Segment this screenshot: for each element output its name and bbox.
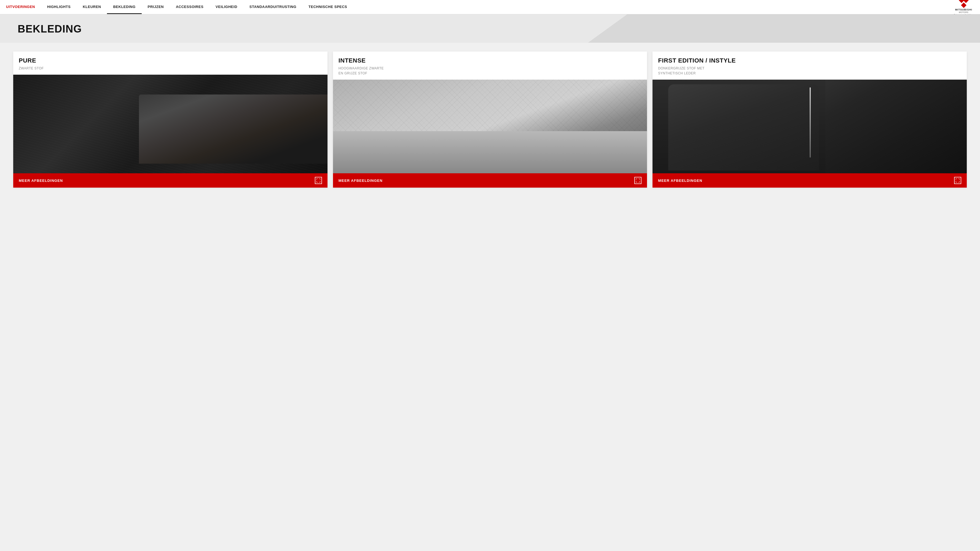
card-intense: INTENSE HOOGWAARDIGE ZWARTEEN GRIJZE STO… (333, 51, 647, 187)
card-firstedition-title: FIRST EDITION / INSTYLE (658, 57, 961, 64)
card-pure-subtitle: ZWARTE STOF (19, 66, 322, 71)
mitsubishi-diamond-icon (959, 0, 968, 7)
brand-division: MOTORS (959, 11, 969, 14)
diamond-bottom (961, 3, 966, 8)
expand-icon (954, 177, 961, 184)
firstedition-highlight-detail (810, 87, 811, 157)
nav-item-bekleding[interactable]: BEKLEDING (107, 0, 142, 14)
meer-afbeeldingen-intense-button[interactable]: MEER AFBEELDINGEN (333, 173, 647, 187)
nav-item-highlights[interactable]: HIGHLIGHTS (41, 0, 76, 14)
card-intense-header: INTENSE HOOGWAARDIGE ZWARTEEN GRIJZE STO… (333, 51, 647, 79)
nav-item-veiligheid[interactable]: VEILIGHEID (210, 0, 243, 14)
expand-icon (315, 177, 322, 184)
nav-item-kleuren[interactable]: KLEUREN (76, 0, 107, 14)
meer-afbeeldingen-firstedition-button[interactable]: MEER AFBEELDINGEN (652, 173, 967, 187)
card-firstedition: FIRST EDITION / INSTYLE DONKERGRIJZE STO… (652, 51, 967, 187)
card-firstedition-image (652, 79, 967, 173)
card-pure-header: PURE ZWARTE STOF (13, 51, 328, 75)
card-pure-image (13, 75, 328, 173)
nav-item-technischespecs[interactable]: TECHNISCHE SPECS (302, 0, 353, 14)
card-intense-image (333, 79, 647, 173)
meer-afbeeldingen-pure-button[interactable]: MEER AFBEELDINGEN (13, 173, 328, 187)
card-pure-title: PURE (19, 57, 322, 64)
expand-icon (634, 177, 641, 184)
page-title: BEKLEDING (18, 23, 963, 35)
card-firstedition-header: FIRST EDITION / INSTYLE DONKERGRIJZE STO… (652, 51, 967, 79)
cards-grid: PURE ZWARTE STOF MEER AFBEELDINGEN (13, 51, 967, 187)
main-navigation: UITVOERINGEN HIGHLIGHTS KLEUREN BEKLEDIN… (0, 0, 980, 14)
content-area: PURE ZWARTE STOF MEER AFBEELDINGEN (0, 43, 980, 201)
card-intense-title: INTENSE (339, 57, 642, 64)
page-header: BEKLEDING (0, 14, 980, 43)
nav-item-standaarduitrusting[interactable]: STANDAARDUITRUSTING (243, 0, 302, 14)
nav-item-uitvoeringen[interactable]: UITVOERINGEN (0, 0, 41, 14)
brand-name: MITSUBISHI (955, 8, 972, 11)
brand-logo: MITSUBISHI MOTORS Drive your Ambition (947, 0, 980, 14)
nav-item-prijzen[interactable]: PRIJZEN (142, 0, 170, 14)
card-firstedition-subtitle: DONKERGRIJZE STOF METSYNTHETISCH LEDER (658, 66, 961, 76)
nav-item-accessoires[interactable]: ACCESSOIRES (170, 0, 210, 14)
card-pure: PURE ZWARTE STOF MEER AFBEELDINGEN (13, 51, 328, 187)
card-intense-subtitle: HOOGWAARDIGE ZWARTEEN GRIJZE STOF (339, 66, 642, 76)
